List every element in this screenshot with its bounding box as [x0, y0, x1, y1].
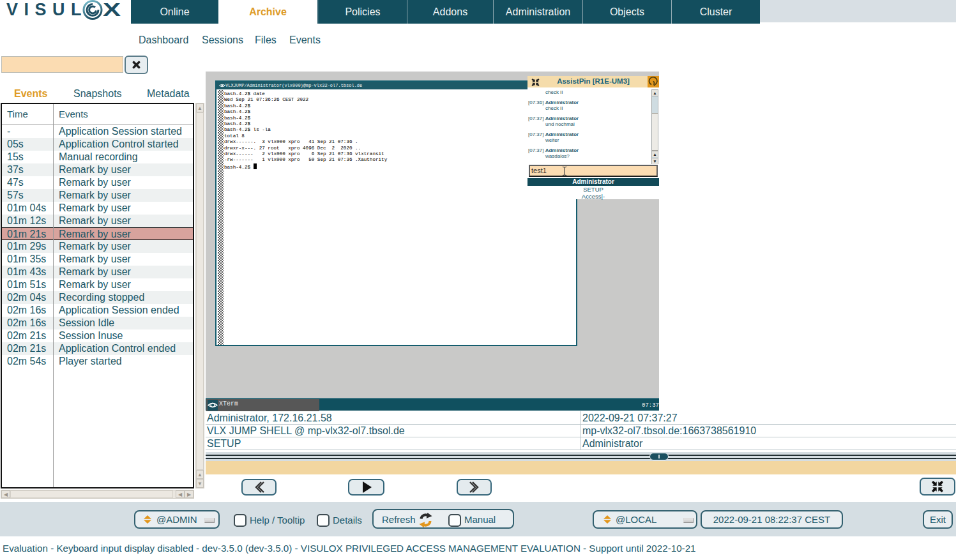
svg-text:VISUL: VISUL — [6, 0, 87, 19]
svg-text:X: X — [103, 0, 121, 20]
